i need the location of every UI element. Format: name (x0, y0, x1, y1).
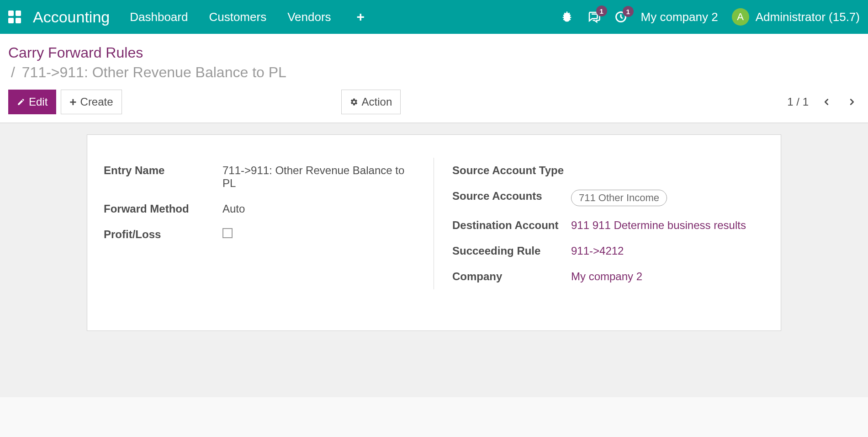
menu-customers[interactable]: Customers (209, 10, 266, 24)
form-left-col: Entry Name 711->911: Other Revenue Balan… (104, 158, 434, 289)
pager-prev[interactable] (819, 94, 834, 110)
label-forward-method: Forward Method (104, 203, 222, 215)
breadcrumb-leaf: 711->911: Other Revenue Balance to PL (22, 64, 286, 80)
pager-text: 1 / 1 (787, 96, 809, 108)
nav-right: 1 1 My company 2 A Administrator (15.7) (561, 8, 860, 26)
field-succeeding-rule: Succeeding Rule 911->4212 (452, 238, 764, 264)
company-switcher[interactable]: My company 2 (641, 10, 718, 24)
form-sheet: Entry Name 711->911: Other Revenue Balan… (87, 134, 781, 331)
label-source-account-type: Source Account Type (452, 164, 571, 177)
value-forward-method: Auto (222, 203, 245, 215)
pencil-icon (17, 98, 25, 106)
user-menu[interactable]: A Administrator (15.7) (732, 8, 860, 26)
field-source-accounts: Source Accounts 711 Other Income (452, 183, 764, 213)
breadcrumb-sep: / (11, 64, 15, 80)
plus-icon: + (69, 96, 76, 108)
field-destination-account: Destination Account 911 911 Determine bu… (452, 213, 764, 238)
menu-dashboard[interactable]: Dashboard (130, 10, 188, 24)
brand[interactable]: Accounting (33, 8, 110, 26)
field-profit-loss: Profit/Loss (104, 222, 415, 247)
field-entry-name: Entry Name 711->911: Other Revenue Balan… (104, 158, 415, 196)
field-company: Company My company 2 (452, 264, 764, 289)
label-entry-name: Entry Name (104, 164, 222, 177)
value-entry-name: 711->911: Other Revenue Balance to PL (222, 164, 415, 190)
field-forward-method: Forward Method Auto (104, 196, 415, 222)
form-right-col: Source Account Type Source Accounts 711 … (434, 158, 764, 289)
breadcrumb-root[interactable]: Carry Forward Rules (8, 44, 143, 61)
apps-icon[interactable] (8, 11, 21, 23)
messages-badge: 1 (596, 5, 607, 16)
label-company: Company (452, 270, 571, 283)
value-destination-account[interactable]: 911 911 Determine business results (571, 219, 746, 232)
username: Administrator (15.7) (756, 10, 860, 24)
profit-loss-checkbox[interactable] (222, 228, 233, 238)
menu-add-icon[interactable]: + (357, 9, 365, 25)
label-profit-loss: Profit/Loss (104, 228, 222, 241)
source-account-tag[interactable]: 711 Other Income (571, 190, 667, 206)
create-button[interactable]: + Create (61, 90, 122, 114)
menu-vendors[interactable]: Vendors (287, 10, 331, 24)
field-source-account-type: Source Account Type (452, 158, 764, 183)
activities-icon[interactable]: 1 (614, 11, 627, 23)
activities-badge: 1 (623, 6, 634, 17)
chevron-left-icon (821, 97, 831, 107)
edit-button-label: Edit (29, 96, 48, 108)
edit-button[interactable]: Edit (8, 90, 56, 114)
pager: 1 / 1 (787, 94, 860, 110)
debug-icon[interactable] (561, 11, 573, 23)
value-profit-loss (222, 228, 233, 241)
value-source-accounts: 711 Other Income (571, 190, 667, 206)
top-nav: Accounting Dashboard Customers Vendors +… (0, 0, 868, 34)
control-panel: Carry Forward Rules / 711->911: Other Re… (0, 34, 868, 123)
gear-icon (350, 98, 358, 106)
pager-next[interactable] (844, 94, 860, 110)
value-succeeding-rule[interactable]: 911->4212 (571, 245, 624, 257)
label-succeeding-rule: Succeeding Rule (452, 245, 571, 257)
messages-icon[interactable]: 1 (587, 10, 601, 24)
chevron-right-icon (847, 97, 857, 107)
action-button[interactable]: Action (341, 90, 401, 114)
label-source-accounts: Source Accounts (452, 190, 571, 203)
label-destination-account: Destination Account (452, 219, 571, 232)
form-sheet-bg: Entry Name 711->911: Other Revenue Balan… (0, 123, 868, 397)
breadcrumb: Carry Forward Rules / 711->911: Other Re… (8, 43, 860, 82)
main-menu: Dashboard Customers Vendors + (130, 9, 365, 25)
cp-buttons-row: Edit + Create Action 1 / 1 (8, 90, 860, 114)
avatar: A (732, 8, 749, 26)
value-company[interactable]: My company 2 (571, 270, 642, 283)
action-button-label: Action (362, 96, 392, 108)
create-button-label: Create (80, 96, 113, 108)
